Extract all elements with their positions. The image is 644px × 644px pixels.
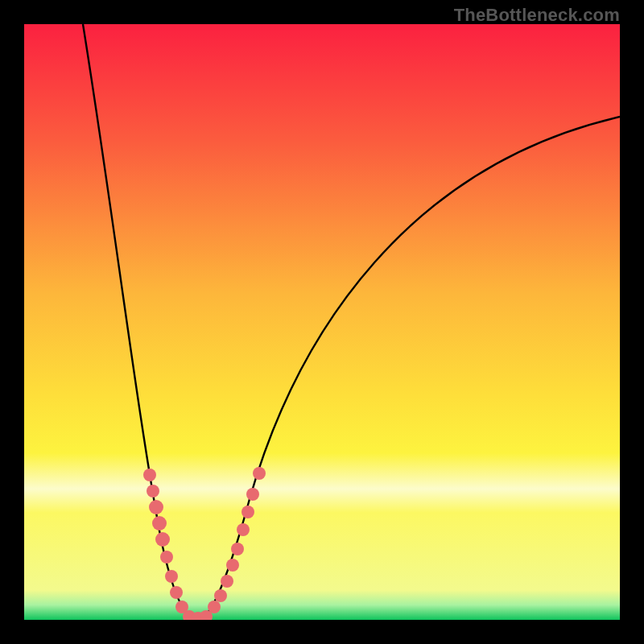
data-marker <box>246 488 259 501</box>
data-marker <box>253 467 266 480</box>
data-marker <box>155 532 170 547</box>
data-marker <box>242 506 254 518</box>
data-marker <box>214 589 227 602</box>
chart-frame: TheBottleneck.com <box>0 0 644 644</box>
curve-layer <box>24 24 620 620</box>
data-marker <box>226 559 239 572</box>
data-marker <box>208 601 221 613</box>
bottleneck-curve <box>83 24 620 620</box>
data-marker <box>221 575 233 588</box>
plot-area <box>24 24 620 620</box>
data-marker <box>170 586 183 599</box>
marker-group <box>143 467 266 620</box>
data-marker <box>147 485 159 497</box>
data-marker <box>149 500 163 514</box>
data-marker <box>165 570 178 583</box>
watermark-text: TheBottleneck.com <box>454 5 620 26</box>
data-marker <box>160 551 173 564</box>
data-marker <box>143 469 156 481</box>
data-marker <box>237 523 250 536</box>
data-marker <box>231 543 244 555</box>
data-marker <box>152 516 167 530</box>
